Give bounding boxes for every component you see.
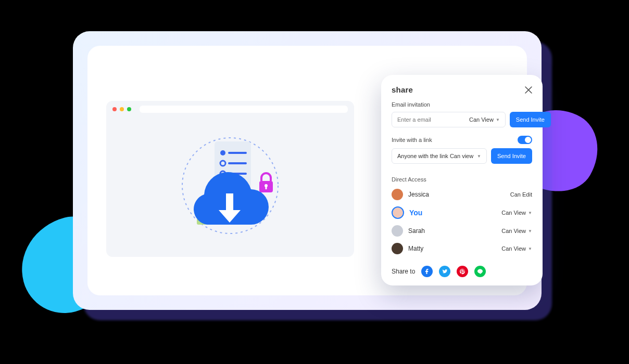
- avatar: [392, 243, 403, 254]
- facebook-icon: [424, 268, 430, 275]
- line-icon: [477, 268, 483, 275]
- chevron-down-icon: ▼: [477, 154, 481, 159]
- pinterest-icon: [459, 268, 466, 275]
- person-permission-dropdown: Can Edit: [510, 191, 532, 198]
- link-permission-text: Anyone with the link Can view: [397, 153, 473, 159]
- share-facebook-button[interactable]: [421, 266, 433, 277]
- direct-access-label: Direct Access: [392, 176, 532, 183]
- twitter-icon: [442, 268, 448, 275]
- person-name: Jessica: [408, 191, 429, 198]
- main-card: share Email invitation Can View ▼ Send: [73, 31, 542, 310]
- chevron-down-icon: ▼: [528, 229, 532, 233]
- avatar: [392, 189, 403, 200]
- chevron-down-icon: ▼: [496, 118, 500, 122]
- address-bar: [140, 106, 348, 113]
- chevron-down-icon: ▼: [528, 211, 532, 215]
- svg-rect-13: [226, 193, 233, 212]
- person-permission-dropdown[interactable]: Can View▼: [501, 245, 532, 252]
- person-permission-label: Can Edit: [510, 191, 532, 198]
- close-icon[interactable]: [525, 86, 532, 94]
- traffic-light-minimize-icon: [120, 107, 124, 111]
- email-permission-dropdown[interactable]: Can View ▼: [469, 116, 500, 123]
- chevron-down-icon: ▼: [528, 246, 532, 251]
- person-permission-dropdown[interactable]: Can View▼: [501, 210, 532, 216]
- lock-icon: [259, 173, 273, 192]
- cloud-download-illustration: [157, 131, 303, 245]
- invite-link-label: Invite with a link: [392, 137, 432, 143]
- direct-access-person: YouCan View▼: [392, 203, 532, 222]
- share-to-label: Share to: [392, 268, 415, 275]
- cloud-download-icon: [194, 172, 269, 225]
- svg-point-2: [220, 150, 225, 155]
- email-field-wrapper: Can View ▼: [392, 112, 506, 127]
- share-pinterest-button[interactable]: [457, 266, 468, 277]
- person-permission-label: Can View: [501, 245, 526, 252]
- avatar: [392, 225, 403, 237]
- send-invite-link-button[interactable]: Send Invite: [491, 148, 532, 164]
- invite-link-toggle[interactable]: [518, 136, 532, 144]
- email-invitation-label: Email invitation: [392, 101, 532, 108]
- person-name: Matty: [408, 245, 423, 252]
- person-permission-label: Can View: [501, 228, 526, 234]
- direct-access-person: SarahCan View▼: [392, 222, 532, 240]
- email-input[interactable]: [397, 116, 469, 123]
- inner-canvas: share Email invitation Can View ▼ Send: [87, 46, 527, 295]
- share-title: share: [392, 85, 413, 94]
- email-permission-label: Can View: [469, 116, 494, 123]
- browser-titlebar: [106, 101, 354, 118]
- browser-mock: [106, 101, 354, 257]
- person-permission-dropdown[interactable]: Can View▼: [501, 228, 532, 234]
- person-name: Sarah: [408, 227, 425, 235]
- link-permission-select[interactable]: Anyone with the link Can view ▼: [392, 148, 487, 164]
- share-twitter-button[interactable]: [439, 266, 450, 277]
- avatar: [392, 206, 404, 219]
- direct-access-list: JessicaCan EditYouCan View▼SarahCan View…: [392, 186, 532, 257]
- person-permission-label: Can View: [501, 210, 526, 216]
- share-line-button[interactable]: [474, 266, 486, 277]
- send-invite-email-button[interactable]: Send Invite: [510, 112, 551, 127]
- svg-rect-10: [266, 186, 267, 189]
- share-panel: share Email invitation Can View ▼ Send: [381, 75, 543, 285]
- direct-access-person: MattyCan View▼: [392, 240, 532, 257]
- person-name: You: [409, 209, 422, 217]
- traffic-light-zoom-icon: [127, 107, 131, 111]
- traffic-light-close-icon: [112, 107, 117, 111]
- direct-access-person: JessicaCan Edit: [392, 186, 532, 203]
